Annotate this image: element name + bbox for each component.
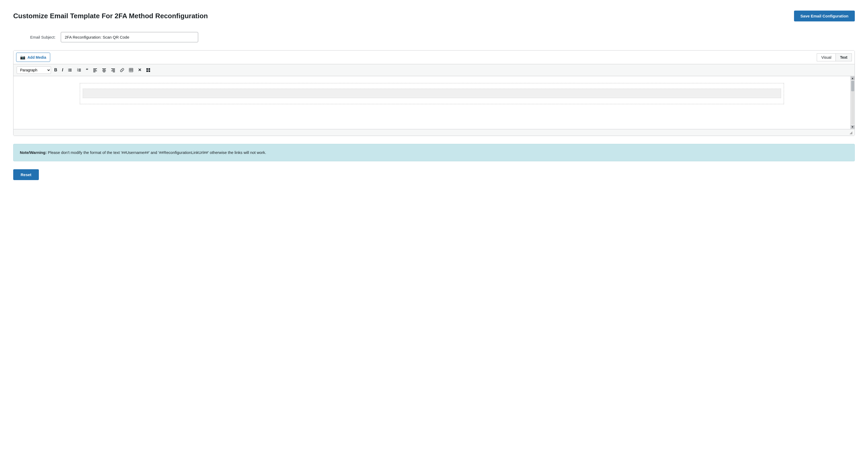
- warning-label: Note/Warning:: [20, 150, 47, 155]
- svg-rect-17: [103, 69, 105, 70]
- align-center-button[interactable]: [100, 67, 108, 73]
- tab-text[interactable]: Text: [836, 53, 852, 61]
- svg-rect-22: [111, 70, 115, 71]
- svg-rect-24: [129, 68, 133, 72]
- align-left-button[interactable]: [91, 67, 99, 73]
- svg-rect-18: [102, 70, 106, 71]
- editor-toolbar: Paragraph Heading 1 Heading 2 Heading 3 …: [13, 64, 855, 76]
- svg-rect-20: [111, 68, 115, 69]
- paragraph-format-select[interactable]: Paragraph Heading 1 Heading 2 Heading 3 …: [17, 66, 51, 74]
- email-subject-label: Email Subject:: [13, 35, 56, 39]
- email-subject-input[interactable]: [61, 32, 198, 42]
- svg-rect-31: [146, 70, 148, 72]
- svg-rect-21: [112, 69, 115, 70]
- editor-resize-handle[interactable]: ◢: [849, 130, 852, 135]
- svg-rect-11: [79, 71, 81, 71]
- blockquote-button[interactable]: “: [84, 67, 90, 73]
- svg-rect-23: [113, 72, 115, 72]
- svg-rect-30: [149, 68, 150, 70]
- ordered-list-button[interactable]: 1.2.3.: [75, 67, 83, 73]
- svg-rect-9: [79, 70, 81, 70]
- svg-rect-16: [102, 68, 106, 69]
- reset-button[interactable]: Reset: [13, 169, 39, 180]
- email-subject-row: Email Subject:: [13, 32, 855, 42]
- svg-rect-19: [103, 72, 105, 72]
- editor-editable-area[interactable]: [13, 76, 850, 129]
- save-email-configuration-button[interactable]: Save Email Configuration: [794, 10, 855, 22]
- add-media-icon: 📷: [20, 55, 25, 60]
- add-media-label: Add Media: [28, 55, 46, 59]
- editor-scrollbar: ▲ ▼: [850, 76, 855, 129]
- unordered-list-button[interactable]: [66, 67, 74, 73]
- svg-rect-4: [68, 71, 69, 71]
- editor-wrapper: 📷 Add Media Visual Text Paragraph Headin…: [13, 50, 855, 136]
- svg-rect-5: [69, 71, 72, 71]
- svg-rect-3: [69, 70, 72, 70]
- svg-rect-29: [146, 68, 148, 70]
- more-options-button[interactable]: [145, 67, 152, 73]
- align-right-button[interactable]: [110, 67, 117, 73]
- editor-top-bar: 📷 Add Media Visual Text: [13, 51, 855, 64]
- editor-footer: ◢: [13, 129, 855, 136]
- svg-rect-32: [149, 70, 150, 72]
- svg-rect-2: [68, 70, 69, 70]
- bold-button[interactable]: B: [53, 67, 59, 73]
- content-dashed-box: [80, 83, 784, 104]
- insert-link-button[interactable]: [118, 67, 126, 73]
- add-media-button[interactable]: 📷 Add Media: [16, 53, 50, 62]
- warning-box: Note/Warning: Please don't modify the fo…: [13, 144, 855, 161]
- page-title: Customize Email Template For 2FA Method …: [13, 12, 208, 20]
- scrollbar-track: [851, 81, 854, 124]
- scrollbar-thumb[interactable]: [851, 81, 854, 91]
- insert-table-button[interactable]: [127, 67, 135, 73]
- content-inner-box: [83, 89, 781, 98]
- remove-format-button[interactable]: ✕: [136, 67, 143, 73]
- svg-rect-7: [79, 69, 81, 69]
- tab-visual[interactable]: Visual: [817, 53, 836, 61]
- svg-rect-0: [68, 69, 69, 69]
- warning-text: Please don't modify the format of the te…: [48, 150, 266, 155]
- svg-rect-15: [93, 72, 95, 72]
- svg-rect-13: [93, 69, 96, 70]
- scrollbar-down-button[interactable]: ▼: [851, 125, 855, 129]
- italic-button[interactable]: I: [61, 67, 65, 73]
- page-header: Customize Email Template For 2FA Method …: [13, 10, 855, 22]
- scrollbar-up-button[interactable]: ▲: [851, 77, 855, 80]
- view-tabs: Visual Text: [817, 53, 852, 61]
- svg-rect-12: [93, 68, 97, 69]
- editor-content-area: ▲ ▼: [13, 76, 855, 129]
- svg-rect-14: [93, 70, 97, 71]
- svg-text:3.: 3.: [77, 70, 79, 72]
- svg-rect-1: [69, 69, 72, 69]
